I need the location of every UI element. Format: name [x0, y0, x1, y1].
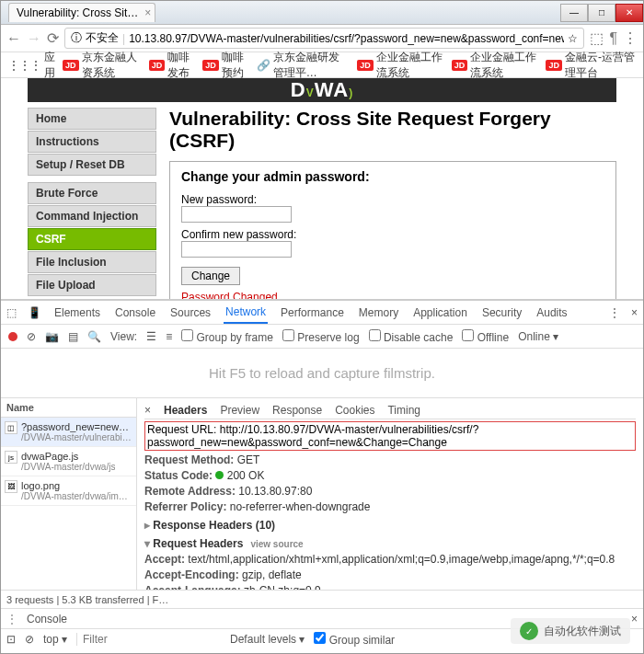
bookmark-0[interactable]: JD京东金融人资系统 [63, 50, 142, 81]
request-row-1[interactable]: jsdvwaPage.js/DVWA-master/dvwa/js [1, 447, 136, 476]
console-expand-icon[interactable]: ⊡ [6, 633, 16, 646]
page-title: Vulnerability: Cross Site Request Forger… [169, 108, 616, 152]
nav-cmdinj[interactable]: Command Injection [28, 205, 156, 227]
nav-fileup[interactable]: File Upload [28, 274, 156, 296]
console-label[interactable]: Console [27, 613, 67, 625]
nav-home[interactable]: Home [28, 108, 156, 130]
view-large-icon[interactable]: ☰ [146, 330, 156, 343]
clear-icon[interactable]: ⊘ [27, 330, 36, 343]
confirm-pw-label: Confirm new password: [181, 228, 296, 241]
request-row-2[interactable]: 🖼logo.png/DVWA-master/dvwa/images [1, 476, 136, 506]
subtab-headers[interactable]: Headers [164, 404, 207, 417]
bookmark-3[interactable]: 🔗京东金融研发管理平… [257, 50, 351, 81]
tab-audits[interactable]: Audits [535, 303, 569, 323]
tab-elements[interactable]: Elements [52, 303, 102, 323]
offline-cb[interactable]: Offline [462, 329, 509, 344]
tab-memory[interactable]: Memory [357, 303, 400, 323]
nav-setup[interactable]: Setup / Reset DB [28, 154, 156, 176]
devtools-device-icon[interactable]: 📱 [28, 306, 41, 319]
dvwa-header: DVWA) [28, 78, 616, 102]
request-headers-toggle[interactable]: Request Headersview source [144, 537, 636, 550]
star-icon[interactable]: ☆ [568, 32, 578, 45]
nav-csrf[interactable]: CSRF [28, 228, 156, 250]
name-column-header[interactable]: Name [1, 398, 136, 418]
browser-tab[interactable]: Vulnerability: Cross Sit… × [8, 3, 155, 22]
doc-icon: ◫ [5, 421, 17, 434]
devtools-inspect-icon[interactable]: ⬚ [6, 306, 17, 319]
minimize-button[interactable]: — [560, 4, 588, 22]
filmstrip-hint: Hit F5 to reload and capture filmstrip. [1, 349, 643, 398]
close-tab-icon[interactable]: × [144, 6, 151, 19]
url-input[interactable] [129, 32, 564, 45]
request-row-0[interactable]: ◫?password_new=new&pass…/DVWA-master/vul… [1, 418, 136, 447]
levels-select[interactable]: Default levels ▾ [230, 633, 305, 646]
close-detail-icon[interactable]: × [144, 404, 151, 417]
context-select[interactable]: top ▾ [43, 633, 67, 646]
menu-icon[interactable]: ⋮ [623, 29, 638, 47]
back-button[interactable]: ← [6, 30, 21, 47]
subtab-preview[interactable]: Preview [220, 404, 259, 417]
js-icon: js [5, 451, 17, 464]
subtab-cookies[interactable]: Cookies [335, 404, 374, 417]
console-clear-icon[interactable]: ⊘ [25, 633, 34, 646]
page-content: DVWA) Home Instructions Setup / Reset DB… [1, 78, 643, 299]
tab-console[interactable]: Console [113, 303, 157, 323]
reload-button[interactable]: ⟳ [47, 29, 59, 47]
devtools-more-icon[interactable]: ⋮ [609, 306, 620, 319]
console-filter-input[interactable] [76, 633, 221, 646]
bookmark-5[interactable]: JD企业金融工作流系统 [452, 50, 539, 81]
tab-performance[interactable]: Performance [279, 303, 346, 323]
group-frame-cb[interactable]: Group by frame [181, 329, 273, 344]
response-headers-toggle[interactable]: Response Headers (10) [144, 519, 636, 532]
camera-icon[interactable]: 📷 [45, 330, 59, 343]
forward-button[interactable]: → [27, 30, 41, 47]
bookmark-2[interactable]: JD咖啡预约 [202, 50, 248, 81]
new-pw-input[interactable] [181, 206, 292, 223]
insecure-label: 不安全 [86, 30, 119, 46]
tab-security[interactable]: Security [480, 303, 523, 323]
info-icon[interactable]: ⓘ [71, 30, 82, 46]
close-window-button[interactable]: ✕ [615, 4, 643, 22]
request-url: Request URL: http://10.13.80.97/DVWA-mas… [144, 421, 636, 451]
tab-application[interactable]: Application [411, 303, 469, 323]
view-label: View: [110, 330, 137, 343]
bookmark-6[interactable]: JD金融云-运营管理平台 [546, 50, 636, 81]
nav-fileinc[interactable]: File Inclusion [28, 251, 156, 273]
status-dot-icon [215, 471, 224, 479]
preserve-log-cb[interactable]: Preserve log [282, 329, 360, 344]
password-changed-msg: Password Changed. [181, 291, 604, 299]
record-button[interactable] [8, 332, 17, 341]
new-pw-label: New password: [181, 193, 257, 206]
bookmark-1[interactable]: JD咖啡发布 [149, 50, 195, 81]
filter-icon[interactable]: ▤ [68, 330, 78, 343]
nav-bruteforce[interactable]: Brute Force [28, 182, 156, 204]
address-bar[interactable]: ⓘ 不安全 | ☆ [64, 28, 584, 49]
panel-title: Change your admin password: [181, 169, 604, 184]
bookmark-4[interactable]: JD企业金融工作流系统 [357, 50, 444, 81]
dvwa-logo: DVWA) [291, 78, 353, 102]
devtools-panel: ⬚ 📱 Elements Console Sources Network Per… [1, 299, 643, 648]
img-icon: 🖼 [5, 480, 17, 493]
apps-button[interactable]: ⋮⋮⋮ 应用 [8, 50, 55, 81]
watermark: ✓ 自动化软件测试 [511, 618, 630, 644]
tab-sources[interactable]: Sources [168, 303, 213, 323]
console-close-icon[interactable]: × [631, 613, 638, 625]
search-icon[interactable]: 🔍 [87, 330, 101, 343]
tab-network[interactable]: Network [224, 302, 268, 324]
subtab-timing[interactable]: Timing [387, 404, 420, 417]
view-small-icon[interactable]: ≡ [166, 330, 172, 343]
change-button[interactable]: Change [181, 267, 240, 285]
maximize-button[interactable]: □ [588, 4, 615, 22]
pilcrow-icon[interactable]: ¶ [609, 30, 617, 47]
confirm-pw-input[interactable] [181, 241, 292, 258]
devtools-close-icon[interactable]: × [631, 306, 638, 319]
group-similar-cb[interactable]: Group similar [314, 632, 395, 647]
tab-title: Vulnerability: Cross Sit… [17, 6, 138, 19]
subtab-response[interactable]: Response [272, 404, 322, 417]
disable-cache-cb[interactable]: Disable cache [369, 329, 454, 344]
online-select[interactable]: Online ▾ [518, 330, 558, 343]
view-source-link[interactable]: view source [250, 539, 303, 549]
nav-instructions[interactable]: Instructions [28, 131, 156, 153]
network-status-bar: 3 requests | 5.3 KB transferred | F… [1, 590, 643, 608]
extension-icon[interactable]: ⬚ [590, 29, 604, 47]
